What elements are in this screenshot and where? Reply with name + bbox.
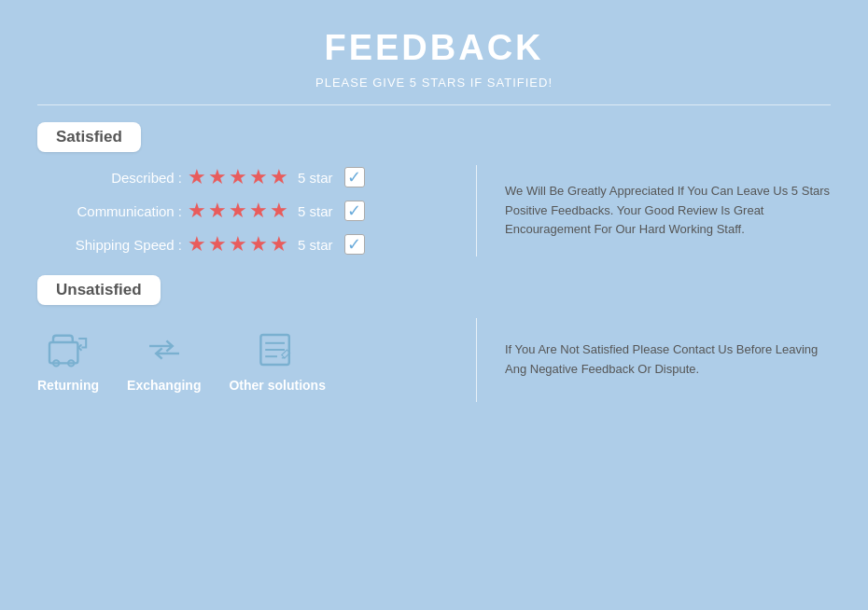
shipping-rating-row: Shipping Speed : ★ ★ ★ ★ ★ 5 star ✓ bbox=[37, 232, 448, 256]
star-4: ★ bbox=[249, 199, 268, 223]
unsatisfied-label: Unsatisfied bbox=[37, 275, 161, 305]
star-1: ★ bbox=[188, 199, 206, 223]
options-row: Returning Exchanging bbox=[37, 318, 448, 402]
star-5: ★ bbox=[270, 199, 288, 223]
returning-label: Returning bbox=[37, 378, 99, 393]
returning-icon bbox=[46, 327, 91, 372]
star-5: ★ bbox=[270, 232, 288, 256]
described-rating-row: Described : ★ ★ ★ ★ ★ 5 star ✓ bbox=[37, 165, 448, 189]
exchanging-option[interactable]: Exchanging bbox=[127, 327, 201, 393]
described-stars: ★ ★ ★ ★ ★ bbox=[188, 165, 288, 189]
ratings-panel: Described : ★ ★ ★ ★ ★ 5 star ✓ Communica… bbox=[37, 165, 476, 256]
page-container: FEEDBACK PLEASE GIVE 5 STARS IF SATIFIED… bbox=[0, 0, 868, 610]
options-panel: Returning Exchanging bbox=[37, 318, 476, 402]
shipping-stars: ★ ★ ★ ★ ★ bbox=[188, 232, 288, 256]
star-2: ★ bbox=[208, 165, 227, 189]
header-divider bbox=[37, 104, 831, 105]
satisfied-label: Satisfied bbox=[37, 122, 141, 152]
other-solutions-label: Other solutions bbox=[229, 378, 325, 393]
communication-label: Communication : bbox=[37, 203, 182, 219]
returning-option[interactable]: Returning bbox=[37, 327, 99, 393]
satisfied-description: We Will Be Greatly Appreciated If You Ca… bbox=[505, 182, 831, 240]
svg-rect-0 bbox=[49, 342, 77, 363]
star-2: ★ bbox=[208, 199, 227, 223]
star-2: ★ bbox=[208, 232, 227, 256]
shipping-label: Shipping Speed : bbox=[37, 237, 182, 253]
exchanging-label: Exchanging bbox=[127, 378, 201, 393]
shipping-star-count: 5 star bbox=[298, 237, 333, 253]
communication-stars: ★ ★ ★ ★ ★ bbox=[188, 199, 288, 223]
unsatisfied-description-panel: If You Are Not Satisfied Please Contact … bbox=[476, 318, 831, 402]
satisfied-section: Described : ★ ★ ★ ★ ★ 5 star ✓ Communica… bbox=[37, 165, 831, 256]
page-subtitle: PLEASE GIVE 5 STARS IF SATIFIED! bbox=[315, 76, 553, 90]
communication-check-icon[interactable]: ✓ bbox=[344, 201, 365, 221]
other-solutions-option[interactable]: Other solutions bbox=[229, 327, 325, 393]
star-3: ★ bbox=[229, 232, 247, 256]
described-check-icon[interactable]: ✓ bbox=[344, 167, 365, 187]
other-solutions-icon bbox=[255, 327, 300, 372]
star-5: ★ bbox=[270, 165, 288, 189]
exchanging-icon bbox=[142, 327, 187, 372]
star-1: ★ bbox=[188, 165, 206, 189]
unsatisfied-section: Returning Exchanging bbox=[37, 318, 831, 402]
communication-rating-row: Communication : ★ ★ ★ ★ ★ 5 star ✓ bbox=[37, 199, 448, 223]
star-4: ★ bbox=[249, 165, 268, 189]
star-3: ★ bbox=[229, 165, 247, 189]
page-title: FEEDBACK bbox=[324, 28, 543, 68]
star-3: ★ bbox=[229, 199, 247, 223]
unsatisfied-description: If You Are Not Satisfied Please Contact … bbox=[505, 340, 831, 380]
described-label: Described : bbox=[37, 170, 182, 186]
satisfied-description-panel: We Will Be Greatly Appreciated If You Ca… bbox=[476, 165, 831, 256]
shipping-check-icon[interactable]: ✓ bbox=[344, 234, 365, 255]
star-1: ★ bbox=[188, 232, 206, 256]
communication-star-count: 5 star bbox=[298, 203, 333, 219]
star-4: ★ bbox=[249, 232, 268, 256]
described-star-count: 5 star bbox=[298, 170, 333, 186]
